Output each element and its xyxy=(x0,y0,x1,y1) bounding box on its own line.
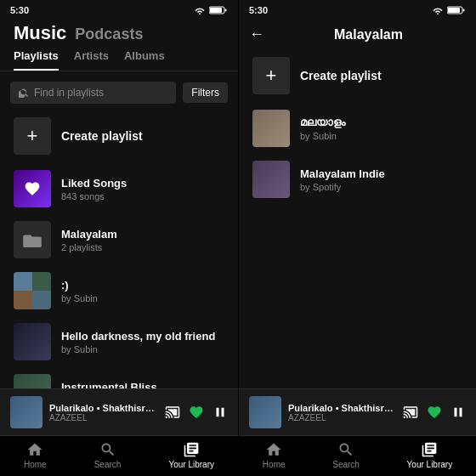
np-controls-1 xyxy=(165,405,228,420)
music-title: Music xyxy=(14,22,66,44)
filters-button[interactable]: Filters xyxy=(183,82,228,103)
item-sub: 843 songs xyxy=(61,191,224,201)
tabs-row: Playlists Artists Albums xyxy=(0,49,238,71)
status-bar-2: 5:30 xyxy=(239,0,476,19)
nav-search-2[interactable]: Search xyxy=(332,441,360,469)
tab-playlists[interactable]: Playlists xyxy=(14,49,59,71)
item-sub: 2 playlists xyxy=(61,242,224,252)
item-name: Liked Songs xyxy=(61,177,224,190)
malayalam-main-info: മലയാളം by Subin xyxy=(300,116,462,141)
malindie-info: Malayalam Indie by Spotify xyxy=(300,167,462,192)
smiley-info: :) by Subin xyxy=(61,279,224,303)
item-name: Malayalam Indie xyxy=(300,167,462,180)
heart-filled-icon-2[interactable] xyxy=(427,405,442,420)
pause-icon[interactable] xyxy=(212,405,228,420)
wifi-icon xyxy=(194,6,206,14)
battery-icon-2 xyxy=(447,6,466,14)
item-name: മലയാളം xyxy=(300,116,462,129)
battery-icon xyxy=(209,6,228,14)
search-icon xyxy=(19,88,29,98)
create-playlist-row[interactable]: + Create playlist xyxy=(0,109,238,163)
np-controls-2 xyxy=(403,405,466,420)
nav-library-1[interactable]: Your Library xyxy=(168,441,214,469)
malayalam-folder-info: Malayalam 2 playlists xyxy=(61,228,224,252)
malindie-thumb xyxy=(252,161,290,198)
library-icon-2 xyxy=(421,441,438,458)
darkness-thumb xyxy=(14,323,51,360)
malayalam-list: + Create playlist മലയാളം by Subin Malaya… xyxy=(239,48,476,388)
item-sub: by Subin xyxy=(61,344,224,354)
panel2-title: Malayalam xyxy=(271,27,466,42)
bottom-nav-2: Home Search Your Library xyxy=(239,435,476,476)
np-thumb-1 xyxy=(10,396,42,428)
music-podcasts-header: Music Podcasts xyxy=(0,19,238,49)
nav-library-2[interactable]: Your Library xyxy=(407,441,453,469)
np-info-1: Pularikalo • Shakthisree Gopalan AZAZEEL xyxy=(49,403,158,422)
search-nav-icon xyxy=(99,441,116,458)
svg-rect-4 xyxy=(463,9,465,12)
nav-home-2[interactable]: Home xyxy=(263,441,286,469)
panel-malayalam: 5:30 ← Malayalam + Create playlist മലയ xyxy=(238,0,476,476)
item-name: :) xyxy=(61,279,224,292)
malayalam-main-thumb xyxy=(252,110,290,147)
cast-icon-2[interactable] xyxy=(403,405,418,420)
search-placeholder: Find in playlists xyxy=(34,87,104,99)
search-row: Find in playlists Filters xyxy=(0,76,238,109)
panel2-header: ← Malayalam xyxy=(239,19,476,48)
list-item[interactable]: Liked Songs 843 songs xyxy=(0,163,238,214)
heart-filled-icon[interactable] xyxy=(189,405,204,420)
panel-library: 5:30 Music Podcasts Playlists Artists Al… xyxy=(0,0,238,476)
np-artist-1: AZAZEEL xyxy=(49,413,158,422)
item-name: Instrumental Bliss xyxy=(61,381,224,389)
nav-search-label-1: Search xyxy=(94,460,122,469)
status-bar-1: 5:30 xyxy=(0,0,238,19)
tab-artists[interactable]: Artists xyxy=(74,49,109,71)
create-playlist-label: Create playlist xyxy=(61,129,143,143)
bottom-nav-1: Home Search Your Library xyxy=(0,435,238,476)
create-playlist-label-2: Create playlist xyxy=(300,69,382,82)
np-title-1: Pularikalo • Shakthisree Gopalan xyxy=(49,403,158,413)
nav-home-1[interactable]: Home xyxy=(24,441,47,469)
podcasts-title[interactable]: Podcasts xyxy=(75,26,143,43)
item-name: Malayalam xyxy=(61,228,224,241)
folder-thumb xyxy=(14,221,51,258)
library-icon xyxy=(183,441,200,458)
create-playlist-row-2[interactable]: + Create playlist xyxy=(239,48,476,103)
cast-icon[interactable] xyxy=(165,405,180,420)
pause-icon-2[interactable] xyxy=(450,405,466,420)
tab-albums[interactable]: Albums xyxy=(124,49,165,71)
nav-search-1[interactable]: Search xyxy=(94,441,122,469)
list-item[interactable]: Instrumental Bliss by Subin xyxy=(0,367,238,388)
status-icons-2 xyxy=(432,6,466,14)
np-title-2: Pularikalo • Shakthisree Gopalan xyxy=(288,403,396,413)
liked-songs-thumb xyxy=(14,170,51,207)
instrumental-info: Instrumental Bliss by Subin xyxy=(61,381,224,389)
list-item[interactable]: Malayalam 2 playlists xyxy=(0,214,238,265)
np-artist-2: AZAZEEL xyxy=(288,413,396,422)
instrumental-thumb xyxy=(14,374,51,388)
list-item[interactable]: മലയാളം by Subin xyxy=(239,103,476,154)
list-item[interactable]: Hello darkness, my old friend by Subin xyxy=(0,316,238,367)
item-sub: by Subin xyxy=(300,131,462,141)
list-item[interactable]: Malayalam Indie by Spotify xyxy=(239,154,476,205)
search-box[interactable]: Find in playlists xyxy=(10,82,176,104)
item-sub: by Spotify xyxy=(300,182,462,192)
folder-icon xyxy=(23,232,42,247)
now-playing-bar-2[interactable]: Pularikalo • Shakthisree Gopalan AZAZEEL xyxy=(239,388,476,435)
nav-home-label-1: Home xyxy=(24,460,47,469)
status-time-2: 5:30 xyxy=(249,5,268,15)
svg-rect-5 xyxy=(448,8,460,13)
np-info-2: Pularikalo • Shakthisree Gopalan AZAZEEL xyxy=(288,403,396,422)
wifi-icon-2 xyxy=(432,6,444,14)
nav-search-label-2: Search xyxy=(332,460,360,469)
status-icons-1 xyxy=(194,6,228,14)
heart-icon xyxy=(24,180,41,197)
now-playing-bar-1[interactable]: Pularikalo • Shakthisree Gopalan AZAZEEL xyxy=(0,388,238,435)
library-list: + Create playlist Liked Songs 843 songs xyxy=(0,109,238,388)
list-item[interactable]: :) by Subin xyxy=(0,265,238,316)
item-name: Hello darkness, my old friend xyxy=(61,330,224,343)
status-time-1: 5:30 xyxy=(10,5,29,15)
back-button[interactable]: ← xyxy=(249,26,264,43)
nav-library-label-1: Your Library xyxy=(168,460,214,469)
create-playlist-icon: + xyxy=(14,117,51,155)
